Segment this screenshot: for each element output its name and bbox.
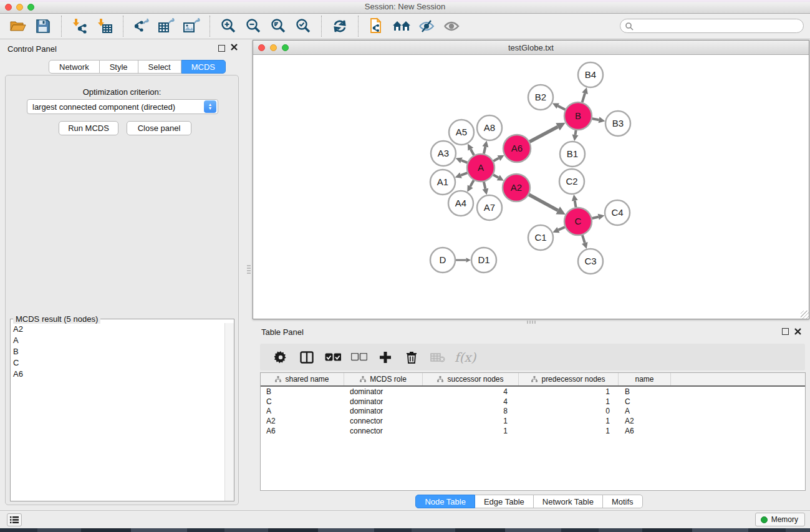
node-A1[interactable]: A1 bbox=[430, 170, 455, 195]
mcds-result-list[interactable]: A2ABCA6 bbox=[11, 323, 224, 501]
task-history-button[interactable] bbox=[7, 513, 22, 526]
tab-style[interactable]: Style bbox=[100, 60, 138, 74]
node-D[interactable]: D bbox=[430, 248, 455, 273]
node-table[interactable]: shared nameMCDS rolesuccessor nodesprede… bbox=[260, 372, 806, 491]
horizontal-splitter-grip[interactable] bbox=[527, 321, 536, 324]
run-mcds-button[interactable]: Run MCDS bbox=[59, 121, 118, 135]
memory-button[interactable]: Memory bbox=[755, 513, 805, 526]
node-A5[interactable]: A5 bbox=[449, 120, 474, 145]
table-cell[interactable]: 8 bbox=[423, 407, 519, 415]
edge-B-B1[interactable] bbox=[572, 130, 579, 141]
table-settings-button[interactable] bbox=[268, 346, 294, 369]
node-A2[interactable]: A2 bbox=[503, 174, 530, 201]
tab-motifs[interactable]: Motifs bbox=[603, 495, 643, 508]
delete-column-button[interactable] bbox=[398, 346, 425, 369]
delete-table-button[interactable] bbox=[425, 346, 451, 369]
node-A4[interactable]: A4 bbox=[448, 191, 473, 216]
node-D1[interactable]: D1 bbox=[471, 248, 496, 273]
show-eye-button[interactable] bbox=[439, 16, 464, 36]
table-cell[interactable]: A6 bbox=[619, 427, 671, 435]
create-column-button[interactable] bbox=[372, 346, 398, 369]
table-cell[interactable]: dominator bbox=[344, 407, 423, 415]
node-B[interactable]: B bbox=[564, 102, 592, 130]
table-row[interactable]: A6connector11A6 bbox=[261, 426, 805, 436]
zoom-fit-button[interactable] bbox=[266, 16, 291, 36]
edge-C-C3[interactable] bbox=[582, 235, 588, 249]
edge-A-A1[interactable] bbox=[455, 172, 468, 178]
table-cell[interactable]: A6 bbox=[261, 427, 344, 435]
node-C3[interactable]: C3 bbox=[578, 249, 603, 274]
float-table-panel-icon[interactable] bbox=[782, 328, 789, 335]
edge-A-A7[interactable] bbox=[482, 181, 488, 195]
tab-mcds[interactable]: MCDS bbox=[181, 60, 226, 74]
edge-C-C1[interactable] bbox=[552, 227, 565, 233]
search-input[interactable] bbox=[634, 21, 803, 32]
import-table-button[interactable] bbox=[92, 16, 117, 36]
column-header-predecessor-nodes[interactable]: predecessor nodes bbox=[519, 373, 619, 385]
node-A8[interactable]: A8 bbox=[477, 115, 502, 140]
tab-edge-table[interactable]: Edge Table bbox=[475, 495, 534, 508]
export-network-button[interactable] bbox=[129, 16, 154, 36]
vertical-splitter-grip[interactable] bbox=[247, 265, 251, 274]
column-header-shared-name[interactable]: shared name bbox=[261, 373, 344, 385]
resize-corner[interactable] bbox=[801, 311, 809, 319]
tab-network[interactable]: Network bbox=[49, 60, 100, 74]
node-A7[interactable]: A7 bbox=[477, 195, 502, 220]
table-cell[interactable]: 1 bbox=[519, 387, 619, 396]
show-columns-button[interactable] bbox=[294, 346, 320, 369]
edge-A-A5[interactable] bbox=[468, 143, 474, 155]
close-panel-button[interactable]: Close panel bbox=[127, 121, 191, 135]
node-C2[interactable]: C2 bbox=[559, 169, 584, 194]
table-cell[interactable]: connector bbox=[344, 427, 423, 435]
node-B2[interactable]: B2 bbox=[528, 85, 553, 110]
table-row[interactable]: Cdominator41C bbox=[261, 397, 805, 407]
node-A3[interactable]: A3 bbox=[431, 141, 456, 166]
refresh-button[interactable] bbox=[327, 16, 352, 36]
table-cell[interactable]: connector bbox=[344, 417, 423, 425]
result-item[interactable]: A bbox=[11, 334, 224, 346]
table-cell[interactable]: A2 bbox=[619, 417, 671, 425]
table-cell[interactable]: B bbox=[261, 387, 344, 396]
zoom-selected-button[interactable] bbox=[291, 16, 316, 36]
table-cell[interactable]: 1 bbox=[519, 417, 619, 425]
search-box[interactable] bbox=[620, 19, 804, 33]
edge-D-D1[interactable] bbox=[456, 258, 471, 263]
home-button[interactable] bbox=[389, 16, 414, 36]
node-C[interactable]: C bbox=[564, 208, 592, 235]
column-header-successor-nodes[interactable]: successor nodes bbox=[423, 373, 519, 385]
table-cell[interactable]: A bbox=[261, 407, 344, 415]
edge-C-C2[interactable] bbox=[572, 195, 578, 208]
close-panel-icon[interactable] bbox=[231, 44, 238, 51]
optimization-criterion-select[interactable]: largest connected component (directed) ▲… bbox=[27, 99, 218, 114]
network-window-titlebar[interactable]: testGlobe.txt bbox=[253, 41, 809, 55]
table-cell[interactable]: 1 bbox=[423, 427, 519, 435]
tab-node-table[interactable]: Node Table bbox=[415, 495, 475, 508]
table-cell[interactable]: A bbox=[619, 407, 671, 415]
result-scrollbar[interactable] bbox=[224, 323, 234, 501]
edge-A-A2[interactable] bbox=[493, 175, 504, 180]
table-cell[interactable]: dominator bbox=[344, 397, 423, 406]
edge-A6-B[interactable] bbox=[529, 123, 565, 142]
edge-A-A6[interactable] bbox=[493, 155, 504, 161]
float-panel-icon[interactable] bbox=[218, 45, 225, 52]
table-row[interactable]: Adominator80A bbox=[261, 407, 805, 417]
select-all-columns-button[interactable] bbox=[320, 346, 346, 369]
result-item[interactable]: A6 bbox=[11, 368, 224, 379]
edge-A-A3[interactable] bbox=[456, 157, 468, 163]
tab-network-table[interactable]: Network Table bbox=[534, 495, 603, 508]
table-cell[interactable]: 1 bbox=[519, 397, 619, 406]
column-header-MCDS-role[interactable]: MCDS role bbox=[344, 373, 423, 385]
table-cell[interactable]: 4 bbox=[423, 387, 519, 396]
tab-select[interactable]: Select bbox=[138, 60, 181, 74]
export-table-button[interactable] bbox=[154, 16, 179, 36]
open-session-button[interactable] bbox=[6, 16, 31, 36]
result-item[interactable]: B bbox=[11, 346, 224, 357]
node-B3[interactable]: B3 bbox=[605, 111, 630, 136]
node-B4[interactable]: B4 bbox=[578, 62, 603, 87]
column-header-name[interactable]: name bbox=[619, 373, 671, 385]
edge-B-B2[interactable] bbox=[552, 103, 566, 109]
network-graph[interactable]: B4B2BB3A8A5A6A3B1AC2A1A2A4A7C4CC1C3DD1 bbox=[253, 55, 809, 319]
result-item[interactable]: A2 bbox=[11, 323, 224, 334]
edge-A-A4[interactable] bbox=[467, 180, 473, 192]
node-C4[interactable]: C4 bbox=[605, 200, 630, 225]
